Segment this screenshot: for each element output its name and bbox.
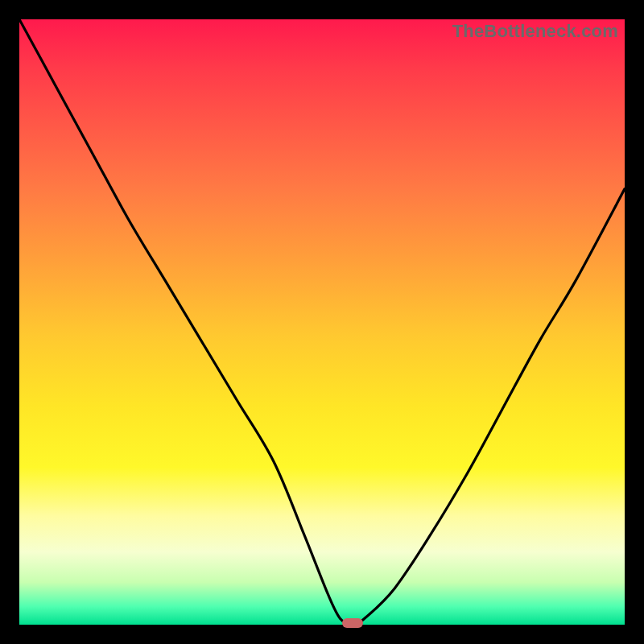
bottleneck-curve <box>19 19 625 625</box>
optimal-marker <box>342 618 363 628</box>
plot-area: TheBottleneck.com <box>19 19 625 625</box>
curve-svg <box>19 19 625 625</box>
chart-frame: TheBottleneck.com <box>0 0 644 644</box>
